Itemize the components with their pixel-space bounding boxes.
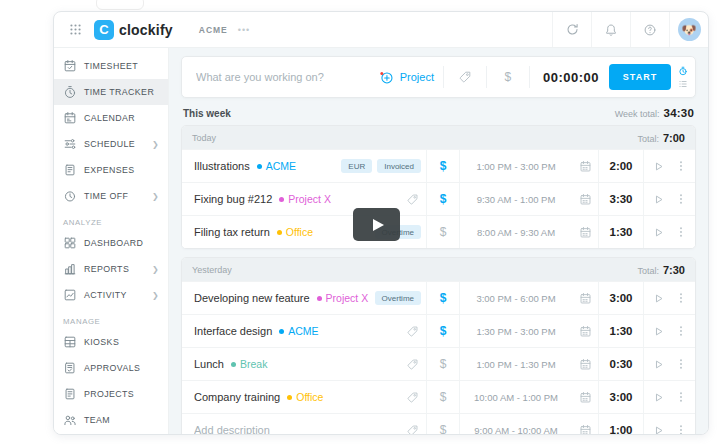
sidebar-item-activity[interactable]: ACTIVITY❯ [54,282,168,308]
entry-duration[interactable]: 3:00 [599,391,643,403]
entry-project[interactable]: Office [287,391,323,403]
calendar-icon[interactable] [572,160,598,173]
billable-icon[interactable]: $ [427,390,459,404]
tag-icon[interactable] [398,391,426,404]
billable-icon[interactable]: $ [496,70,520,84]
continue-play-icon[interactable] [644,325,672,338]
entry-time-range[interactable]: 9:30 AM - 1:00 PM [460,194,572,205]
calendar-icon[interactable] [572,193,598,206]
tag-icon[interactable] [398,193,426,206]
continue-play-icon[interactable] [644,424,672,436]
entry-time-range[interactable]: 10:00 AM - 1:00 PM [460,392,572,403]
week-label: This week [183,108,231,119]
billable-icon[interactable]: $ [427,291,459,305]
billable-icon[interactable]: $ [427,357,459,371]
sidebar-item-approvals[interactable]: APPROVALS [54,355,168,381]
billable-icon[interactable]: $ [427,423,459,435]
entry-project[interactable]: Office [277,226,313,238]
entry-menu-dots-icon[interactable] [672,226,689,238]
start-button[interactable]: START [609,64,671,90]
entry-time-range[interactable]: 1:30 PM - 3:00 PM [460,326,572,337]
entry-description[interactable]: Developing new feature [194,292,310,304]
sidebar-item-kiosks[interactable]: KIOSKS [54,329,168,355]
sidebar-item-schedule[interactable]: SCHEDULE❯ [54,131,168,157]
tag-icon[interactable] [398,424,426,436]
entry-duration[interactable]: 3:30 [599,193,643,205]
tag-icon[interactable] [398,358,426,371]
billable-icon[interactable]: $ [427,192,459,206]
tag-icon[interactable] [398,325,426,338]
description-input[interactable] [194,70,379,84]
continue-play-icon[interactable] [644,193,672,206]
calendar-icon[interactable] [572,325,598,338]
entry-time-range[interactable]: 1:00 PM - 3:00 PM [460,161,572,172]
manual-mode-icon[interactable] [678,79,688,89]
entry-menu-dots-icon[interactable] [672,160,689,172]
entry-menu-dots-icon[interactable] [672,193,689,205]
timer-mode-icon[interactable] [678,66,688,76]
entry-description-placeholder[interactable]: Add description [194,424,270,435]
continue-play-icon[interactable] [644,226,672,239]
entry-description[interactable]: Lunch [194,358,224,370]
calendar-icon[interactable] [572,292,598,305]
add-project-button[interactable]: Project [379,70,434,85]
entry-menu-dots-icon[interactable] [672,424,689,435]
sidebar-item-timesheet[interactable]: TIMESHEET [54,53,168,79]
clockify-logo[interactable]: C clockify [94,20,173,40]
entry-project[interactable]: Project X [279,193,331,205]
entry-time-range[interactable]: 8:00 AM - 9:30 AM [460,227,572,238]
calendar-icon[interactable] [572,424,598,436]
apps-grid-icon[interactable] [64,19,86,41]
entry-description[interactable]: Interface design [194,325,272,337]
continue-play-icon[interactable] [644,160,672,173]
sidebar-item-dashboard[interactable]: DASHBOARD [54,230,168,256]
billable-icon[interactable]: $ [427,159,459,173]
entry-description[interactable]: Fixing bug #212 [194,193,272,205]
entry-project[interactable]: ACME [279,325,318,337]
workspace-name[interactable]: ACME [199,25,228,35]
calendar-icon[interactable] [572,226,598,239]
entry-duration[interactable]: 1:00 [599,424,643,435]
entry-description[interactable]: Illustrations [194,160,250,172]
video-play-button[interactable] [353,208,400,241]
sidebar-item-reports[interactable]: REPORTS❯ [54,256,168,282]
entry-project[interactable]: ACME [257,160,296,172]
continue-play-icon[interactable] [644,292,672,305]
entry-description[interactable]: Company training [194,391,280,403]
entry-duration[interactable]: 3:00 [599,292,643,304]
notifications-bell-icon[interactable] [591,12,630,47]
billable-icon[interactable]: $ [427,225,459,239]
sidebar-item-expenses[interactable]: EXPENSES [54,157,168,183]
sidebar-item-team[interactable]: TEAM [54,407,168,433]
entry-duration[interactable]: 1:30 [599,325,643,337]
entry-duration[interactable]: 2:00 [599,160,643,172]
entry-project[interactable]: Break [231,358,267,370]
entry-menu-dots-icon[interactable] [672,391,689,403]
sidebar-item-time-tracker[interactable]: TIME TRACKER [54,79,168,105]
sidebar-item-time-off[interactable]: TIME OFF❯ [54,183,168,209]
entry-time-range[interactable]: 1:00 PM - 1:30 PM [460,359,572,370]
sidebar-item-projects[interactable]: PROJECTS [54,381,168,407]
entry-description[interactable]: Filing tax return [194,226,270,238]
screenshot-stage: C clockify ACME ••• [0,0,720,444]
sidebar-item-calendar[interactable]: CALENDAR [54,105,168,131]
entry-menu-dots-icon[interactable] [672,358,689,370]
help-icon[interactable] [630,12,669,47]
billable-icon[interactable]: $ [427,324,459,338]
entry-duration[interactable]: 0:30 [599,358,643,370]
updates-icon[interactable] [552,12,591,47]
tag-icon[interactable] [453,70,477,84]
entry-time-range[interactable]: 3:00 PM - 6:00 PM [460,293,572,304]
calendar-icon[interactable] [572,391,598,404]
entry-project[interactable]: Project X [317,292,369,304]
workspace-menu-icon[interactable]: ••• [238,25,250,35]
continue-play-icon[interactable] [644,358,672,371]
continue-play-icon[interactable] [644,391,672,404]
entry-menu-dots-icon[interactable] [672,292,689,304]
entry-time-range[interactable]: 9:00 AM - 10:00 AM [460,425,572,436]
timer-display[interactable]: 00:00:00 [543,70,599,85]
entry-menu-dots-icon[interactable] [672,325,689,337]
calendar-icon[interactable] [572,358,598,371]
entry-duration[interactable]: 1:30 [599,226,643,238]
user-avatar[interactable]: 🐶 [669,12,708,47]
